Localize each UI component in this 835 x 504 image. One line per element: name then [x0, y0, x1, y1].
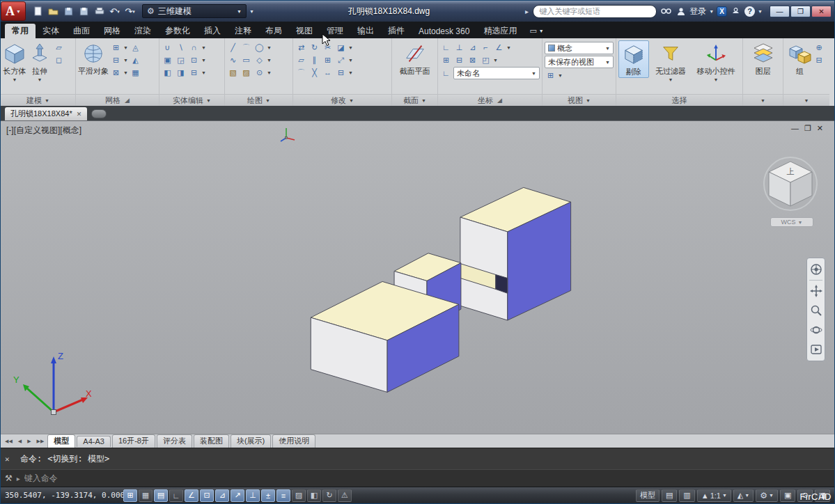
saveas-button[interactable] [77, 5, 91, 18]
ribbon-tab-surface[interactable]: 曲面 [66, 24, 97, 38]
polar-tracking-toggle[interactable]: ∠ [185, 489, 198, 502]
search-icon[interactable] [660, 7, 673, 15]
ucs-view-icon[interactable]: ⊟ [453, 54, 465, 65]
layout-tab-model[interactable]: 模型 [47, 434, 75, 448]
panel-label-layers[interactable]: ▼ [743, 94, 783, 106]
panel-label-draw[interactable]: 绘图▼ [225, 94, 292, 106]
layout-tab-a4-a3[interactable]: A4-A3 [77, 436, 111, 447]
ribbon-tab-annotate[interactable]: 注释 [228, 24, 258, 38]
subtract-icon[interactable]: ∖ [175, 42, 187, 53]
command-window[interactable]: ✕ 命令: <切换到: 模型> ⚒ ▸ [1, 448, 834, 487]
array-icon[interactable]: ⊞ [322, 54, 334, 65]
ucs-object-icon[interactable]: ⊠ [467, 54, 478, 65]
shell-icon[interactable]: ⊟ [188, 67, 200, 78]
viewcube[interactable]: 上 [762, 155, 819, 216]
slice-icon[interactable]: ▣ [162, 54, 173, 65]
ribbon-tab-parametric[interactable]: 参数化 [158, 24, 197, 38]
mirror-icon[interactable]: ▱ [295, 54, 307, 65]
ribbon-display-toggle[interactable]: ▭▼ [529, 24, 543, 38]
ribbon-tab-home[interactable]: 常用 [5, 24, 36, 38]
orbit-icon[interactable] [808, 321, 824, 339]
layout-tab-block-display[interactable]: 块(展示) [231, 434, 271, 448]
command-input[interactable] [24, 473, 830, 483]
previous-layout-button[interactable]: ◀ [16, 439, 24, 444]
mesh-convert-icon[interactable]: ⊠ [110, 67, 122, 78]
panel-label-selection[interactable]: 选择 [616, 94, 742, 106]
ucs-name-combo[interactable]: 未命名 ▼ [453, 67, 540, 79]
sign-in-button[interactable]: 登录 [689, 6, 706, 17]
infer-constraints-toggle[interactable]: ⊞ [123, 489, 137, 502]
workspace-switcher[interactable]: ⚙ 三维建模 ▼ [142, 4, 247, 18]
dynamic-input-toggle[interactable]: ± [261, 489, 275, 502]
taper-face-icon[interactable]: ◨ [175, 67, 187, 78]
wrench-icon[interactable]: ⚒ [5, 473, 13, 483]
viewport-minimize-icon[interactable]: — [791, 124, 799, 133]
object-snap-toggle[interactable]: ⊡ [200, 489, 214, 502]
mesh-smooth-more-icon[interactable]: ⊟ [110, 54, 122, 65]
mesh-refine-icon[interactable]: ⊞ [110, 42, 122, 53]
transparency-toggle[interactable]: ▨ [292, 489, 306, 502]
first-layout-button[interactable]: ◀◀ [3, 439, 15, 444]
next-layout-button[interactable]: ▶ [25, 439, 33, 444]
ungroup-icon[interactable]: ⊕ [813, 42, 825, 53]
gizmo-button[interactable]: 移动小控件 ▼ [692, 40, 740, 82]
explode-icon[interactable]: ╳ [309, 67, 320, 78]
grid-toggle[interactable]: ▤ [154, 489, 168, 502]
viewport-close-icon[interactable]: ✕ [817, 124, 823, 133]
viewport-config-icon[interactable]: ⊞ [545, 70, 556, 81]
offset-icon[interactable]: ∥ [309, 54, 320, 65]
stretch-icon[interactable]: ↔ [322, 67, 334, 78]
kongming-lock-model[interactable] [1, 121, 834, 434]
open-button[interactable] [47, 5, 60, 18]
toolbar-options-icon[interactable]: ▼ [249, 9, 254, 14]
join-icon[interactable]: ⊟ [335, 67, 347, 78]
ucs-origin-icon[interactable]: ⊞ [440, 54, 452, 65]
mesh-split-icon[interactable]: ◭ [130, 54, 141, 65]
dialog-launcher-icon[interactable]: ◢ [497, 97, 502, 104]
interfere-icon[interactable]: ◲ [175, 54, 187, 65]
plot-button[interactable] [93, 5, 106, 18]
snap-toggle[interactable]: ▦ [139, 489, 153, 502]
panel-label-modeling[interactable]: 建模▼ [1, 94, 75, 106]
polygon-icon[interactable]: ◇ [253, 54, 265, 65]
group-button[interactable]: 组 [788, 40, 812, 77]
panel-label-modify[interactable]: 修改▼ [293, 94, 391, 106]
selection-cycling-toggle[interactable]: ↻ [322, 489, 336, 502]
steering-wheel-icon[interactable] [808, 260, 824, 278]
dynamic-ucs-toggle[interactable]: ⊥ [246, 489, 260, 502]
last-layout-button[interactable]: ▶▶ [35, 439, 47, 444]
annotation-monitor-toggle[interactable]: ⚠ [338, 489, 352, 502]
exchange-apps-icon[interactable]: X [717, 6, 727, 17]
layers-button[interactable]: 图层 [751, 40, 775, 77]
close-button[interactable]: ✕ [811, 6, 832, 17]
smooth-object-button[interactable]: 平滑对象 [78, 40, 109, 77]
scale-icon[interactable]: ⤢ [335, 54, 347, 65]
annotation-scale-button[interactable]: ▲1:1▼ [697, 489, 731, 502]
gradient-icon[interactable]: ▨ [240, 67, 252, 78]
ribbon-tab-render[interactable]: 渲染 [127, 24, 158, 38]
ortho-toggle[interactable]: ∟ [169, 489, 183, 502]
new-drawing-button[interactable] [91, 109, 107, 118]
planar-surface-icon[interactable]: ◻ [53, 54, 65, 65]
dialog-launcher-icon[interactable]: ◢ [125, 97, 130, 104]
zoom-icon[interactable] [808, 301, 824, 320]
hatch-icon[interactable]: ▧ [227, 67, 239, 78]
move-icon[interactable]: ⇄ [295, 42, 307, 53]
ucs-z-axis-icon[interactable]: ⊿ [467, 42, 478, 53]
quick-view-layouts-button[interactable]: ▤ [662, 489, 677, 502]
spline-icon[interactable]: ∿ [227, 54, 239, 65]
viewport[interactable]: [-][自定义视图][概念] — ❐ ✕ [1, 120, 834, 434]
pan-icon[interactable] [808, 282, 824, 300]
workspace-switching-button[interactable]: ⚙▼ [756, 489, 778, 502]
ribbon-tab-output[interactable]: 输出 [350, 24, 381, 38]
model-space-button[interactable]: 模型 [636, 489, 660, 502]
chevron-down-icon[interactable]: ▼ [709, 9, 714, 14]
maximize-button[interactable]: ❐ [790, 6, 811, 17]
arc-icon[interactable]: ⌒ [240, 42, 252, 53]
ribbon-tab-layout[interactable]: 布局 [258, 24, 289, 38]
infocenter-collapse-icon[interactable]: ▸ [524, 8, 530, 15]
line-icon[interactable]: ╱ [227, 42, 239, 53]
ucs-previous-icon[interactable]: ⌐ [480, 42, 492, 53]
undo-button[interactable]: ↶▾ [108, 5, 121, 18]
polysolid-icon[interactable]: ▱ [53, 42, 65, 53]
